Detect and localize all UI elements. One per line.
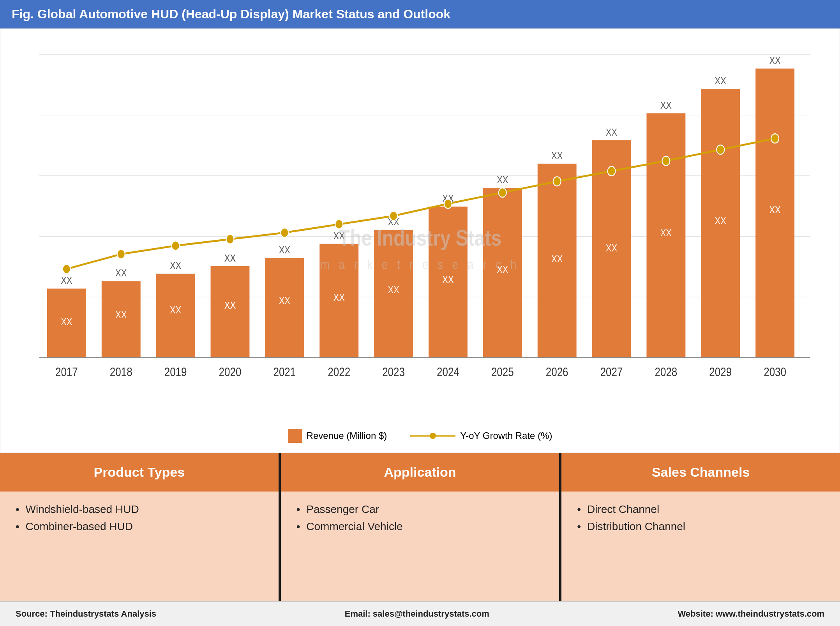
svg-text:XX: XX [606,242,617,253]
svg-text:XX: XX [769,55,780,66]
svg-text:XX: XX [279,244,290,255]
product-types-body: Windshield-based HUD Combiner-based HUD [0,492,279,601]
svg-text:XX: XX [388,284,399,295]
product-types-list: Windshield-based HUD Combiner-based HUD [16,503,263,533]
footer: Source: Theindustrystats Analysis Email:… [0,601,840,626]
svg-point-70 [444,199,452,209]
svg-text:XX: XX [715,75,726,87]
svg-point-72 [553,177,561,186]
legend-line-right [436,435,455,437]
sales-channels-body: Direct Channel Distribution Channel [561,492,840,601]
svg-point-66 [226,235,234,244]
svg-text:XX: XX [660,99,672,111]
chart-area: XX XX XX XX XX XX XX XX XX XX [0,28,840,453]
svg-text:XX: XX [551,150,563,161]
svg-text:XX: XX [61,275,72,286]
svg-point-67 [281,228,288,237]
svg-text:XX: XX [606,126,617,138]
legend-growth-label: Y-oY Growth Rate (%) [460,430,552,441]
svg-rect-18 [265,258,304,357]
application-body: Passenger Car Commercial Vehicle [281,492,559,601]
svg-text:2030: 2030 [764,365,786,379]
svg-text:XX: XX [170,260,181,271]
list-item: Distribution Channel [577,520,824,533]
legend-line-dot [430,433,436,439]
product-types-block: Product Types Windshield-based HUD Combi… [0,453,279,601]
svg-rect-12 [156,274,195,357]
categories-section: Product Types Windshield-based HUD Combi… [0,453,840,601]
svg-text:2019: 2019 [164,365,187,379]
legend-line-left [410,435,430,437]
footer-website: Website: www.theindustrystats.com [678,609,824,619]
svg-text:2029: 2029 [709,365,732,379]
svg-point-63 [63,264,71,274]
list-item: Commercial Vehicle [296,520,544,533]
list-item: Passenger Car [296,503,544,516]
svg-text:2020: 2020 [219,365,242,379]
svg-point-64 [117,249,125,259]
sales-channels-header: Sales Channels [561,453,840,492]
legend-revenue-label: Revenue (Million $) [307,430,387,441]
legend-growth: Y-oY Growth Rate (%) [410,429,552,443]
chart-svg: XX XX XX XX XX XX XX XX XX XX [16,41,824,423]
page-title: Fig. Global Automotive HUD (Head-Up Disp… [12,7,450,21]
chart-legend: Revenue (Million $) Y-oY Growth Rate (%) [16,423,824,445]
svg-text:XX: XX [61,316,72,327]
svg-text:XX: XX [660,227,672,239]
svg-text:XX: XX [115,267,127,278]
svg-text:XX: XX [224,299,236,311]
svg-point-74 [662,156,670,166]
application-block: Application Passenger Car Commercial Veh… [281,453,559,601]
svg-text:XX: XX [715,215,726,226]
list-item: Windshield-based HUD [16,503,263,516]
application-header: Application [281,453,559,492]
svg-point-65 [172,241,180,250]
list-item: Direct Channel [577,503,824,516]
list-item: Combiner-based HUD [16,520,263,533]
svg-text:2024: 2024 [437,365,459,379]
svg-text:XX: XX [497,174,508,185]
svg-point-71 [499,188,506,197]
svg-point-69 [390,211,397,221]
svg-text:XX: XX [115,309,127,320]
footer-source: Source: Theindustrystats Analysis [16,609,156,619]
footer-email: Email: sales@theindustrystats.com [345,609,489,619]
svg-point-73 [608,166,616,176]
sales-channels-block: Sales Channels Direct Channel Distributi… [561,453,840,601]
product-types-header: Product Types [0,453,279,492]
svg-text:2027: 2027 [600,365,623,379]
svg-text:2017: 2017 [55,365,78,379]
sales-channels-list: Direct Channel Distribution Channel [577,503,824,533]
svg-text:2018: 2018 [110,365,132,379]
svg-text:XX: XX [551,253,563,265]
svg-text:XX: XX [442,274,454,285]
svg-text:2022: 2022 [328,365,350,379]
svg-text:XX: XX [769,204,780,215]
svg-text:2021: 2021 [273,365,296,379]
svg-text:XX: XX [224,252,236,263]
svg-text:2028: 2028 [655,365,678,379]
main-container: Fig. Global Automotive HUD (Head-Up Disp… [0,0,840,626]
application-list: Passenger Car Commercial Vehicle [296,503,544,533]
svg-rect-15 [211,266,250,357]
chart-wrapper: XX XX XX XX XX XX XX XX XX XX [16,41,824,423]
svg-point-76 [771,134,779,143]
svg-text:XX: XX [334,292,345,303]
page-header: Fig. Global Automotive HUD (Head-Up Disp… [0,0,840,28]
legend-revenue-box [288,429,302,443]
svg-text:2023: 2023 [382,365,405,379]
svg-text:XX: XX [170,304,181,315]
svg-text:The Industry Stats: The Industry Stats [339,225,501,250]
legend-revenue: Revenue (Million $) [288,429,387,443]
svg-text:2025: 2025 [491,365,514,379]
svg-point-75 [716,145,724,154]
svg-text:XX: XX [279,295,290,306]
svg-text:2026: 2026 [546,365,568,379]
legend-line-container [410,433,455,439]
svg-text:m a r k e t   r e s e a r c h: m a r k e t r e s e a r c h [320,257,519,272]
